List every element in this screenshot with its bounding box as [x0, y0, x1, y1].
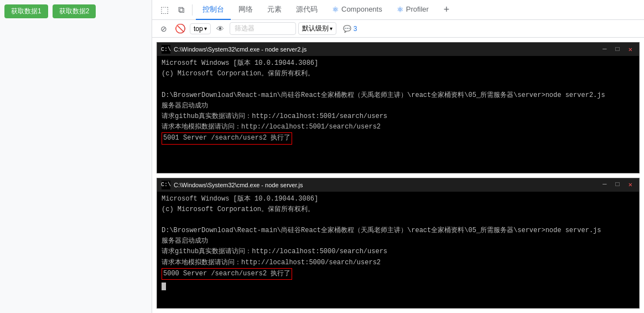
cmd-window-2: C:\ C:\Windows\System32\cmd.exe - node s… [157, 178, 640, 309]
fetch-data2-button[interactable]: 获取数据2 [53, 4, 96, 18]
cmd-windows-area: C:\ C:\Windows\System32\cmd.exe - node s… [152, 38, 644, 313]
highlight-text-1: 5001 Server /search/users2 执行了 [162, 132, 292, 144]
cmd-line: 请求本地模拟数据请访问：http://localhost:5001/search… [162, 122, 635, 132]
context-selector[interactable]: top ▾ [190, 23, 211, 34]
cmd-line: D:\BroswerDownload\React-main\尚硅谷React全家… [162, 90, 635, 101]
cmd-line: Microsoft Windows [版本 10.0.19044.3086] [162, 58, 635, 69]
highlight-text-2: 5000 Server /search/users2 执行了 [162, 268, 292, 280]
cmd-line: D:\BroswerDownload\React-main\尚硅谷React全家… [162, 225, 635, 236]
cmd-controls-1: — □ ✕ [600, 45, 635, 54]
cmd-icon-2: C:\ [162, 181, 170, 189]
ban-icon[interactable]: 🚫 [173, 22, 188, 36]
devtools-tab-bar: ⬚ ⧉ 控制台 网络 元素 源代码 ⚛ Components ⚛ Profile… [152, 0, 644, 20]
add-panel-button[interactable]: + [439, 2, 454, 18]
cmd-line: 请求本地模拟数据请访问：http://localhost:5000/search… [162, 258, 635, 268]
cmd-line: Microsoft Windows [版本 10.0.19044.3086] [162, 194, 635, 204]
cmd-highlight-line-1: 5001 Server /search/users2 执行了 [162, 132, 635, 144]
tab-components[interactable]: ⚛ Components [325, 0, 389, 20]
tab-console[interactable]: 控制台 [196, 0, 231, 20]
filter-input[interactable]: 筛选器 [230, 22, 296, 35]
tab-profiler[interactable]: ⚛ Profiler [390, 0, 435, 20]
cmd-controls-2: — □ ✕ [600, 181, 635, 189]
cmd-line [162, 280, 635, 290]
left-panel: 获取数据1 获取数据2 [0, 0, 152, 313]
chevron-down-icon2: ▾ [330, 25, 333, 32]
cmd-line [162, 79, 635, 90]
device-icon[interactable]: ⧉ [173, 2, 189, 18]
cmd-icon-1: C:\ [162, 45, 170, 54]
minimize-button-2[interactable]: — [600, 181, 609, 189]
message-badge: 💬 3 [343, 25, 357, 33]
cmd-line: 服务器启动成功 [162, 101, 635, 111]
cmd-line: (c) Microsoft Corporation。保留所有权利。 [162, 204, 635, 215]
left-buttons: 获取数据1 获取数据2 [0, 0, 152, 23]
cmd-line: (c) Microsoft Corporation。保留所有权利。 [162, 69, 635, 79]
cmd-line [162, 215, 635, 225]
clear-console-button[interactable]: ⊘ [157, 22, 171, 36]
cmd-titlebar-1: C:\ C:\Windows\System32\cmd.exe - node s… [157, 43, 639, 56]
cmd-line: 请求github真实数据请访问：http://localhost:5001/se… [162, 111, 635, 122]
cmd-content-1: Microsoft Windows [版本 10.0.19044.3086] (… [157, 56, 639, 147]
close-button-1[interactable]: ✕ [626, 45, 635, 54]
main-area: ⬚ ⧉ 控制台 网络 元素 源代码 ⚛ Components ⚛ Profile… [152, 0, 644, 313]
cmd-title-1: C:\Windows\System32\cmd.exe - node serve… [174, 46, 307, 53]
cmd-window-1: C:\ C:\Windows\System32\cmd.exe - node s… [157, 42, 640, 173]
log-level-selector[interactable]: 默认级别 ▾ [298, 22, 336, 35]
inspect-icon[interactable]: ⬚ [157, 2, 172, 18]
chevron-down-icon: ▾ [204, 25, 207, 32]
cmd-content-2: Microsoft Windows [版本 10.0.19044.3086] (… [157, 192, 639, 293]
eye-icon[interactable]: 👁 [213, 22, 227, 36]
devtools-sub-toolbar: ⊘ 🚫 top ▾ 👁 筛选器 默认级别 ▾ 💬 3 [152, 20, 644, 38]
separator1 [192, 4, 193, 16]
cmd-title-2: C:\Windows\System32\cmd.exe - node serve… [174, 182, 303, 188]
cmd-highlight-line-2: 5000 Server /search/users2 执行了 [162, 268, 635, 280]
minimize-button-1[interactable]: — [600, 45, 609, 54]
fetch-data1-button[interactable]: 获取数据1 [4, 4, 48, 18]
cmd-line: 服务器启动成功 [162, 236, 635, 247]
cmd-line: 请求github真实数据请访问：http://localhost:5000/se… [162, 247, 635, 257]
tab-sources[interactable]: 源代码 [289, 0, 324, 20]
maximize-button-1[interactable]: □ [614, 45, 622, 54]
cmd-titlebar-2: C:\ C:\Windows\System32\cmd.exe - node s… [157, 178, 639, 192]
maximize-button-2[interactable]: □ [614, 181, 622, 189]
tab-elements[interactable]: 元素 [261, 0, 288, 20]
close-button-2[interactable]: ✕ [626, 181, 635, 189]
tab-network[interactable]: 网络 [232, 0, 259, 20]
